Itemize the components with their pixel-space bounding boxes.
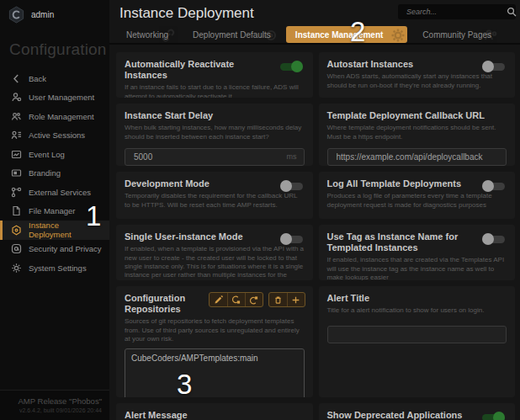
callback-url-input[interactable]	[335, 152, 500, 162]
sidebar-item-label: Branding	[29, 168, 61, 178]
users-group-icon	[11, 111, 22, 122]
add-icon[interactable]	[287, 293, 305, 306]
setting-title: Autostart Instances	[327, 59, 470, 70]
tab-networking[interactable]: Networking	[117, 26, 178, 43]
setting-description: When ADS starts, automatically start any…	[327, 72, 507, 90]
start-delay-input[interactable]	[132, 152, 282, 162]
sidebar-item-label: System Settings	[29, 263, 87, 273]
toggle-knob	[280, 180, 292, 192]
sidebar-item-label: User Management	[29, 93, 94, 102]
delete-icon[interactable]	[269, 293, 287, 306]
move-up-button[interactable]	[227, 293, 245, 306]
tab-label: Deployment Defaults	[193, 30, 271, 40]
sidebar-title: Configuration	[0, 29, 109, 64]
move-down-button[interactable]	[245, 293, 263, 306]
setting-description: If an instance fails to start due to a l…	[125, 83, 305, 98]
repositories-list[interactable]: CubeCoders/AMPTemplates:main	[125, 348, 305, 397]
card-alert-title: Alert Title Title for a alert notificati…	[319, 286, 516, 397]
setting-title: Alert Message	[125, 410, 305, 420]
card-use-tag: Use Tag as Instance Name for Templated I…	[319, 225, 516, 280]
sidebar-nav: Back User Management Role Management Act…	[0, 69, 109, 390]
tab-label: Community Pages	[422, 30, 491, 40]
sidebar-item-role-management[interactable]: Role Management	[0, 107, 109, 126]
settings-grid: Automatically Reactivate Instances If an…	[116, 52, 515, 420]
user-row[interactable]: admin	[0, 0, 109, 29]
box-icon	[263, 28, 279, 43]
repo-toolbar	[209, 292, 305, 307]
gear-icon	[390, 28, 406, 43]
link-icon	[161, 28, 176, 43]
card-log-deployments: Log All Template Deployments Produces a …	[319, 172, 516, 219]
setting-title: Automatically Reactivate Instances	[125, 59, 268, 81]
setting-title: Template Deployment Callback URL	[327, 110, 507, 121]
sidebar-item-instance-deployment[interactable]: Instance Deployment	[0, 221, 109, 240]
sidebar-item-active-sessions[interactable]: Active Sessions	[0, 126, 109, 146]
toggle-knob	[482, 233, 494, 245]
sidebar-item-user-management[interactable]: User Management	[0, 88, 109, 108]
main-panel: Instance Deployment Networking Deploymen…	[109, 0, 520, 420]
sidebar-item-system-settings[interactable]: System Settings	[0, 258, 109, 278]
alert-title-field	[327, 326, 507, 343]
sidebar-item-event-log[interactable]: Event Log	[0, 145, 109, 164]
tab-bar: Networking Deployment Defaults Instance …	[109, 22, 520, 45]
edit-button[interactable]	[210, 293, 227, 306]
setting-description: If enabled, instances that are created v…	[327, 256, 507, 280]
card-autostart: Autostart Instances When ADS starts, aut…	[319, 52, 516, 98]
setting-title: Single User-instance Mode	[125, 231, 268, 242]
tab-community-pages[interactable]: Community Pages	[413, 26, 501, 43]
security-icon	[11, 243, 22, 254]
sidebar-item-label: File Manager	[29, 206, 75, 215]
alert-title-input[interactable]	[335, 329, 500, 340]
search-input[interactable]	[405, 7, 507, 17]
setting-title: Alert Title	[327, 293, 507, 304]
toggle-knob	[482, 61, 494, 72]
callback-url-field	[327, 148, 507, 166]
gear-icon	[11, 263, 22, 274]
use-tag-toggle[interactable]	[482, 234, 505, 244]
sidebar-item-security-and-privacy[interactable]: Security and Privacy	[0, 240, 109, 259]
repo-edit-group	[209, 292, 263, 307]
setting-description: Temporarily disables the requirement for…	[125, 192, 305, 210]
card-auto-reactivate: Automatically Reactivate Instances If an…	[116, 52, 313, 98]
sidebar-item-branding[interactable]: Branding	[0, 164, 109, 183]
show-deprecated-toggle[interactable]	[482, 412, 505, 420]
card-single-user-mode: Single User-instance Mode If enabled, wh…	[116, 225, 313, 280]
card-dev-mode: Development Mode Temporarily disables th…	[116, 172, 313, 219]
setting-description: Sources of git repositories to fetch dep…	[125, 317, 305, 343]
setting-title: Development Mode	[125, 178, 268, 189]
log-deployments-toggle[interactable]	[482, 181, 505, 191]
sidebar-item-file-manager[interactable]: File Manager	[0, 202, 109, 221]
sidebar-footer: AMP Release "Phobos" v2.6.4.2, built 09/…	[0, 390, 109, 420]
sidebar-item-label: Active Sessions	[29, 130, 85, 140]
toggle-knob	[493, 412, 505, 420]
sidebar-item-label: Back	[29, 74, 46, 83]
sidebar-item-label: External Services	[29, 188, 91, 197]
toggle-knob	[280, 233, 292, 245]
single-user-toggle[interactable]	[280, 234, 303, 244]
autostart-toggle[interactable]	[482, 61, 505, 72]
sidebar-item-label: Role Management	[29, 112, 94, 121]
sidebar-item-external-services[interactable]: External Services	[0, 183, 109, 202]
sidebar: admin Configuration Back User Management…	[0, 0, 109, 420]
unit-label: ms	[287, 152, 297, 161]
dev-mode-toggle[interactable]	[280, 181, 303, 191]
setting-description: Produces a log file of parameters every …	[327, 192, 507, 210]
search-icon	[507, 7, 517, 17]
setting-description: When bulk starting instances, how many m…	[125, 124, 305, 141]
sidebar-item-back[interactable]: Back	[0, 69, 109, 88]
toggle-knob	[291, 61, 303, 72]
file-icon	[11, 205, 22, 216]
setting-description: Where template deployment notifications …	[327, 124, 507, 141]
search-box[interactable]	[398, 4, 516, 19]
card-start-delay: Instance Start Delay When bulk starting …	[116, 104, 313, 166]
release-version: v2.6.4.2, built 09/01/2026 20:44	[8, 407, 102, 413]
repo-modify-group	[268, 292, 305, 307]
user-name: admin	[31, 10, 54, 19]
user-icon	[11, 92, 22, 103]
tab-instance-management[interactable]: Instance Management	[286, 26, 407, 43]
setting-title: Instance Start Delay	[125, 110, 305, 121]
auto-reactivate-toggle[interactable]	[280, 61, 303, 72]
card-show-deprecated: Show Deprecated Applications	[319, 403, 516, 420]
setting-title: Log All Template Deployments	[327, 178, 470, 189]
tab-deployment-defaults[interactable]: Deployment Defaults	[183, 26, 280, 43]
